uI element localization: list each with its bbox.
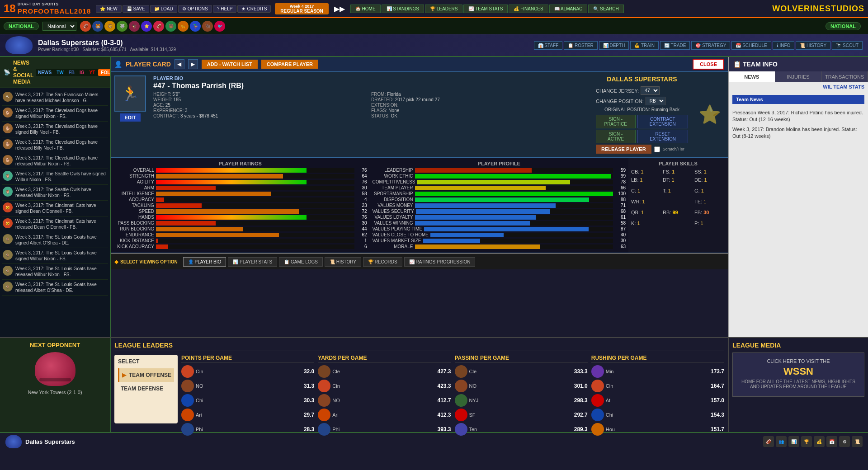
load-button[interactable]: 📁 LOAD [150,5,177,13]
view-records-button[interactable]: 🏆 RECORDS [363,257,402,267]
list-item: 🐕 Week 3, 2017: The Cleveland Dogs have … [2,122,108,137]
team-icon-12[interactable]: 🐦 [214,21,225,32]
atl-icon [591,394,604,407]
skills-header: PLAYER SKILLS [631,161,725,166]
follow-button[interactable]: FOLLOW [98,69,111,76]
team-icon-8[interactable]: 🐻 [165,21,176,32]
bb-icon-8[interactable]: 📜 [852,436,863,447]
help-button[interactable]: ? HELP [213,5,237,13]
sign-active-button[interactable]: SIGN - ACTIVE [596,130,636,143]
team-defense-option[interactable]: TEAM DEFENSE [118,382,174,395]
schedule-button[interactable]: 📅 SCHEDULE [731,41,771,50]
list-item: 🦉 Week 3, 2017: The Seattle Owls have si… [2,169,108,185]
news-icon-2: 🐕 [3,108,13,118]
bb-icon-5[interactable]: 💰 [814,436,825,447]
position-select[interactable]: RB [646,97,665,105]
reset-extension-button[interactable]: RESET EXTENSION [637,130,688,143]
view-player-stats-button[interactable]: 📊 PLAYER STATS [228,257,277,267]
info-button[interactable]: ℹ INFO [773,41,795,50]
prev-player-button[interactable]: ◀ [175,59,184,69]
facebook-tab[interactable]: FB [67,69,76,76]
news-item-2: Week 3, 2017: Brandon Molina has been in… [732,126,864,140]
roster-button[interactable]: 📋 ROSTER [564,41,597,50]
team-icon-7[interactable]: 🏈 [153,21,164,32]
team-icon-1[interactable]: 🏈 [80,21,91,32]
leaders-button[interactable]: 🏆 LEADERS [425,5,462,13]
edit-button[interactable]: EDIT [120,113,140,122]
profile-team-player: TEAM PLAYER 66 [373,185,626,190]
team-icon-6[interactable]: ⭐ [141,21,152,32]
bb-icon-6[interactable]: 📅 [826,436,837,447]
twitter-tab[interactable]: TW [55,69,66,76]
view-history-button[interactable]: 📜 HISTORY [325,257,361,267]
save-button[interactable]: 💾 SAVE [123,5,149,13]
staff-button[interactable]: 👔 STAFF [534,41,563,50]
no-icon-2 [318,394,330,407]
tab-news[interactable]: NEWS [729,71,775,82]
jersey-select[interactable]: 47 [641,86,660,95]
rating-agility: AGILITY 76 [113,179,367,184]
team-icon-11[interactable]: 🦬 [202,21,213,32]
wil-team-stats-link[interactable]: WIL TEAM STATS [729,82,868,91]
news-list: ⛏ Week 3, 2017: The San Francisco Miners… [0,88,110,337]
team-icon-4[interactable]: 🐺 [117,21,127,32]
instagram-tab[interactable]: IG [78,69,86,76]
rating-kick-distance: KICK DISTANCE 1 [113,238,367,243]
news-tab[interactable]: NEWS [36,69,53,76]
team-icon-9[interactable]: 🐆 [178,21,189,32]
view-game-logs-button[interactable]: 📋 GAME LOGS [279,257,323,267]
player-bio-grid: HEIGHT: 5'9" FROM: Florida WEIGHT: 185 D… [153,92,589,118]
view-player-bio-button[interactable]: 👤 PLAYER BIO [183,257,226,267]
contract-extension-button[interactable]: CONTRACT EXTENSION [637,115,689,128]
options-button[interactable]: ⚙ OPTIONS [178,5,212,13]
team-helmet [5,36,33,54]
next-opponent-header: NEXT OPPONENT [4,342,106,348]
close-button[interactable]: CLOSE [693,59,724,70]
train-button[interactable]: 💪 TRAIN [630,41,659,50]
wssn-box[interactable]: CLICK HERE TO VISIT THE WSSN HOME FOR AL… [732,352,864,397]
credits-button[interactable]: ★ CREDITS [237,5,271,13]
release-button[interactable]: RELEASE PLAYER [596,145,651,154]
team-offense-option[interactable]: ▶ TEAM OFFENSE [118,368,174,382]
search-button[interactable]: 🔍 SEARCH [588,5,623,13]
team-icon-10[interactable]: 🦆 [190,21,201,32]
depth-button[interactable]: 📊 DEPTH [599,41,629,50]
sign-practice-button[interactable]: SIGN - PRACTICE [596,115,636,128]
history-button[interactable]: 📜 HISTORY [796,41,830,50]
youtube-tab[interactable]: YT [88,69,97,76]
trade-button[interactable]: 🔄 TRADE [660,41,690,50]
bb-icon-7[interactable]: ⚙ [839,436,850,447]
strategy-button[interactable]: 🎯 STRATEGY [691,41,730,50]
team-icon-2[interactable]: 🐯 [92,21,103,32]
scout-button[interactable]: 🔭 SCOUT [832,41,863,50]
home-button[interactable]: 🏠 HOME [350,5,381,13]
rss-icon: 📡 [4,69,10,75]
league-media-section: LEAGUE MEDIA CLICK HERE TO VISIT THE WSS… [728,338,868,432]
next-player-button[interactable]: ▶ [188,59,198,69]
skill-g: G: 1 [694,188,725,193]
tab-injuries[interactable]: INJURIES [775,71,822,82]
almanac-button[interactable]: 📖 ALMANAC [549,5,588,13]
tab-transactions[interactable]: TRANSACTIONS [821,71,868,82]
finances-button[interactable]: 💰 FINANCES [509,5,548,13]
team-icon-5[interactable]: 🦅 [129,21,140,32]
no-icon-3 [455,380,467,392]
team-dropdown[interactable]: National [42,22,76,31]
team-icon-3[interactable]: 🦁 [104,21,115,32]
bb-icon-2[interactable]: 👥 [776,436,787,447]
bb-icon-3[interactable]: 📊 [788,436,799,447]
profile-values-market-size: VALUES MARKET SIZE 30 [373,238,626,243]
bb-icon-1[interactable]: 🏈 [763,436,774,447]
release-checkbox[interactable] [654,146,660,152]
skill-c: C: 1 [631,188,662,193]
standings-button[interactable]: 📊 STANDINGS [382,5,424,13]
profile-disposition: DISPOSITION 88 [373,197,626,202]
view-ratings-progression-button[interactable]: 📈 RATINGS PROGRESSION [404,257,476,267]
compare-player-button[interactable]: COMPARE PLAYER [261,60,318,69]
team-stats-button[interactable]: 📈 TEAM STATS [463,5,508,13]
new-button[interactable]: ⭐ NEW [96,5,121,13]
bb-icon-4[interactable]: 🏆 [801,436,812,447]
contract-buttons: SIGN - PRACTICE CONTRACT EXTENSION [596,115,688,128]
stat-row-20: Hou 151.7 [591,422,724,437]
add-watchlist-button[interactable]: ADD - WATCH LIST [202,60,258,69]
